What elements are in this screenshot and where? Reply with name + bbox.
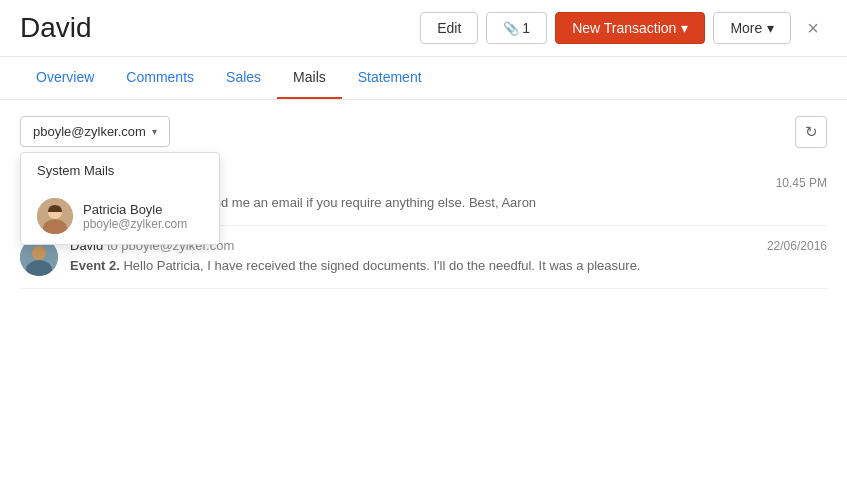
system-mails-option[interactable]: System Mails bbox=[21, 153, 219, 188]
header: David Edit 📎 1 New Transaction ▾ More ▾ … bbox=[0, 0, 847, 57]
paperclip-icon: 📎 bbox=[503, 21, 519, 36]
tab-mails[interactable]: Mails bbox=[277, 57, 342, 99]
more-dropdown-arrow-icon: ▾ bbox=[767, 20, 774, 36]
dropdown-arrow-icon: ▾ bbox=[681, 20, 688, 36]
close-button[interactable]: × bbox=[799, 13, 827, 44]
filter-email-text: pboyle@zylker.com bbox=[33, 124, 146, 139]
email-filter-dropdown: System Mails Patricia Boyle pboyle@zylke… bbox=[20, 152, 220, 245]
mail-time-1: 10.45 PM bbox=[776, 176, 827, 190]
mails-area: pboyle@zylker.com ▾ System Mails bbox=[0, 100, 847, 305]
attach-button[interactable]: 📎 1 bbox=[486, 12, 547, 44]
patricia-name: Patricia Boyle bbox=[83, 202, 187, 217]
patricia-contact-info: Patricia Boyle pboyle@zylker.com bbox=[83, 202, 187, 231]
mail-date-2: 22/06/2016 bbox=[767, 239, 827, 253]
svg-point-10 bbox=[33, 247, 46, 260]
patricia-email: pboyle@zylker.com bbox=[83, 217, 187, 231]
mail-bold-label: Event 2. bbox=[70, 258, 120, 273]
more-button[interactable]: More ▾ bbox=[713, 12, 791, 44]
tab-sales[interactable]: Sales bbox=[210, 57, 277, 99]
patricia-avatar bbox=[37, 198, 73, 234]
page-title: David bbox=[20, 12, 420, 44]
new-transaction-button[interactable]: New Transaction ▾ bbox=[555, 12, 705, 44]
edit-button[interactable]: Edit bbox=[420, 12, 478, 44]
tab-comments[interactable]: Comments bbox=[110, 57, 210, 99]
patricia-boyle-option[interactable]: Patricia Boyle pboyle@zylker.com bbox=[21, 188, 219, 244]
tabs-nav: Overview Comments Sales Mails Statement bbox=[0, 57, 847, 100]
tab-overview[interactable]: Overview bbox=[20, 57, 110, 99]
mail-preview-2: Event 2. Hello Patricia, I have received… bbox=[70, 257, 827, 275]
tab-statement[interactable]: Statement bbox=[342, 57, 438, 99]
email-filter-button[interactable]: pboyle@zylker.com ▾ bbox=[20, 116, 170, 147]
email-filter-wrapper: pboyle@zylker.com ▾ System Mails bbox=[20, 116, 170, 147]
refresh-button[interactable]: ↻ bbox=[795, 116, 827, 148]
header-actions: Edit 📎 1 New Transaction ▾ More ▾ × bbox=[420, 12, 827, 44]
refresh-icon: ↻ bbox=[805, 123, 818, 141]
filter-dropdown-arrow-icon: ▾ bbox=[152, 126, 157, 137]
